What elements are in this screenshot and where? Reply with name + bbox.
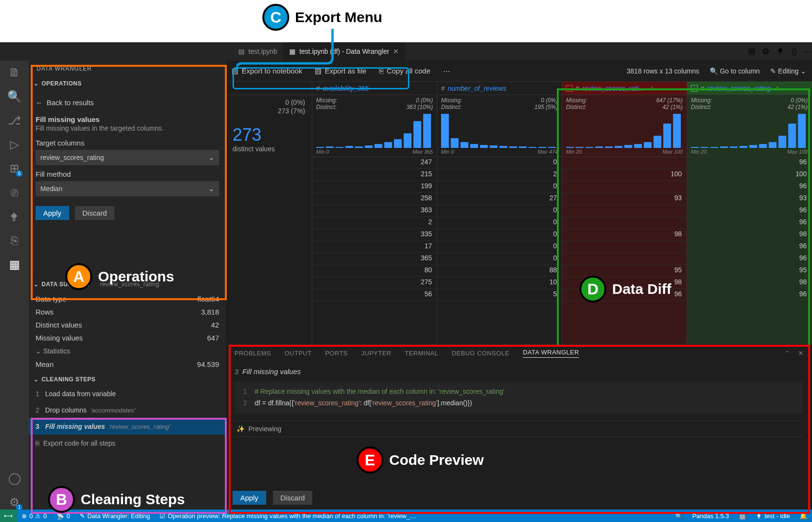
fill-method-select[interactable]: Median⌄ [36, 181, 219, 196]
panel-tab-debug[interactable]: DEBUG CONSOLE [452, 350, 509, 357]
apply-code-button[interactable]: Apply [233, 491, 266, 505]
export-all-steps[interactable]: ⎘Export code for all steps [29, 435, 226, 452]
status-bell[interactable]: 🔔 [795, 512, 812, 520]
operations-header[interactable]: ⌄OPERATIONS [29, 77, 226, 90]
go-to-column[interactable]: 🔍 Go to column [710, 67, 760, 75]
grid-cell[interactable]: 335 [312, 229, 437, 241]
grid-cell[interactable]: 0 [437, 217, 562, 229]
remote-icon[interactable]: ⎚ [7, 185, 22, 200]
explorer-icon[interactable]: 🗎 [7, 65, 22, 80]
grid-cell[interactable]: 365 [312, 253, 437, 265]
extensions-icon[interactable]: ⊞6 [7, 161, 22, 176]
grid-cell[interactable]: 247 [312, 157, 437, 169]
grid-cell[interactable]: 96 [687, 181, 812, 193]
step-row-active[interactable]: 3Fill missing values'review_scores_ratin… [29, 418, 226, 435]
grid-cell[interactable]: 56 [312, 289, 437, 301]
grid-cell[interactable]: 0 [437, 181, 562, 193]
editing-mode[interactable]: ✎ Editing ⌄ [770, 67, 806, 75]
grid-cell[interactable] [562, 157, 687, 169]
run-debug-icon[interactable]: ▷ [7, 137, 22, 152]
grid-cell[interactable]: 5 [437, 289, 562, 301]
grid-cell[interactable]: 258 [312, 193, 437, 205]
grid-cell[interactable]: 100 [687, 169, 812, 181]
data-wrangler-activity-icon[interactable]: ▦ [7, 257, 22, 272]
code-preview[interactable]: 1# Replace missing values with the media… [234, 381, 803, 414]
discard-code-button[interactable]: Discard [273, 491, 313, 505]
grid-cell[interactable]: 27 [437, 193, 562, 205]
panel-tab-problems[interactable]: PROBLEMS [234, 350, 271, 357]
data-grid[interactable]: 0 (0%) 273 (7%) 273 distinct values # av… [226, 82, 812, 344]
grid-cell[interactable]: 2 [312, 217, 437, 229]
grid-cell[interactable]: 2 [437, 169, 562, 181]
panel-tab-jupyter[interactable]: JUPYTER [361, 350, 392, 357]
column-header[interactable]: +# review_scores_rating ✓ [687, 82, 812, 95]
source-control-icon[interactable]: ⎇ [7, 113, 22, 128]
grid-cell[interactable] [562, 205, 687, 217]
grid-cell[interactable]: 17 [312, 241, 437, 253]
column-header[interactable]: # availability_365 [312, 82, 437, 95]
live-share-icon[interactable]: ⎘ [7, 233, 22, 248]
status-errors[interactable]: ⊗ 0 ⚠ 0 [17, 510, 51, 522]
more-icon[interactable]: ⋯ [803, 46, 812, 57]
grid-cell[interactable]: 98 [562, 229, 687, 241]
grid-cell[interactable]: 215 [312, 169, 437, 181]
search-icon[interactable]: 🔍 [7, 89, 22, 104]
testing-icon[interactable]: ⧪ [7, 209, 22, 224]
column-header[interactable]: # number_of_reviews [437, 82, 562, 95]
close-icon[interactable]: ✕ [798, 350, 804, 357]
grid-cell[interactable]: 363 [312, 205, 437, 217]
layout-icon[interactable]: ⊞ [748, 46, 755, 57]
grid-cell[interactable]: 95 [687, 265, 812, 277]
grid-cell[interactable]: 0 [437, 253, 562, 265]
data-summary-header[interactable]: ⌄DATA SUMMARY review_scores_rating [29, 278, 226, 291]
status-pandas[interactable]: Pandas 1.5.3 [688, 512, 734, 520]
grid-cell[interactable]: 100 [562, 169, 687, 181]
statistics-header[interactable]: ⌄ Statistics [36, 344, 219, 358]
grid-cell[interactable]: 96 [687, 289, 812, 301]
gear-icon[interactable]: ⚙ [762, 46, 770, 57]
grid-cell[interactable]: 96 [687, 217, 812, 229]
grid-cell[interactable]: 88 [437, 265, 562, 277]
back-to-results[interactable]: ←Back to results [36, 95, 219, 110]
panel-tab-data-wrangler[interactable]: DATA WRANGLER [523, 349, 579, 358]
grid-cell[interactable]: 96 [687, 157, 812, 169]
grid-cell[interactable]: 98 [687, 277, 812, 289]
status-op-preview[interactable]: ☑ Operation preview: Replace missing val… [155, 510, 421, 522]
grid-cell[interactable]: 93 [687, 193, 812, 205]
grid-cell[interactable]: 0 [437, 157, 562, 169]
grid-cell[interactable]: 0 [437, 241, 562, 253]
step-row[interactable]: 1Load data from variable [29, 386, 226, 402]
grid-cell[interactable]: 10 [437, 277, 562, 289]
grid-cell[interactable]: 0 [437, 205, 562, 217]
grid-cell[interactable]: 93 [562, 193, 687, 205]
grid-cell[interactable]: 96 [687, 241, 812, 253]
panel-tab-ports[interactable]: PORTS [325, 350, 348, 357]
more-icon[interactable]: ⋯ [443, 67, 450, 75]
remote-indicator[interactable]: ⟷ [0, 510, 17, 522]
step-row[interactable]: 2Drop columns'accommodates' [29, 402, 226, 418]
status-ports[interactable]: 📡 0 [51, 510, 74, 522]
grid-cell[interactable]: 0 [437, 229, 562, 241]
beaker-icon[interactable]: ⧪ [776, 46, 785, 57]
apply-button[interactable]: Apply [36, 206, 69, 220]
discard-button[interactable]: Discard [75, 206, 115, 220]
settings-icon[interactable]: ⚙1 [7, 495, 22, 510]
cleaning-steps-header[interactable]: ⌄CLEANING STEPS [29, 373, 226, 386]
grid-cell[interactable] [562, 241, 687, 253]
grid-cell[interactable]: 98 [687, 229, 812, 241]
accounts-icon[interactable]: ◯ [7, 471, 22, 486]
split-icon[interactable]: ▯ [792, 46, 797, 57]
grid-cell[interactable]: 98 [562, 277, 687, 289]
grid-cell[interactable]: 96 [687, 205, 812, 217]
grid-cell[interactable] [562, 253, 687, 265]
grid-cell[interactable]: 96 [562, 289, 687, 301]
panel-tab-terminal[interactable]: TERMINAL [405, 350, 439, 357]
status-copilot[interactable]: 🤖 [734, 512, 751, 520]
status-kernel[interactable]: ⧪ test - idle [751, 512, 795, 520]
chevron-up-icon[interactable]: ⌃ [785, 350, 790, 357]
column-header[interactable]: −# review_scores_rati… ✓ [562, 82, 687, 95]
grid-cell[interactable]: 95 [562, 265, 687, 277]
target-columns-select[interactable]: review_scores_rating⌄ [36, 150, 219, 165]
copy-all-code[interactable]: ⎘Copy all code [379, 67, 431, 75]
grid-cell[interactable] [562, 217, 687, 229]
